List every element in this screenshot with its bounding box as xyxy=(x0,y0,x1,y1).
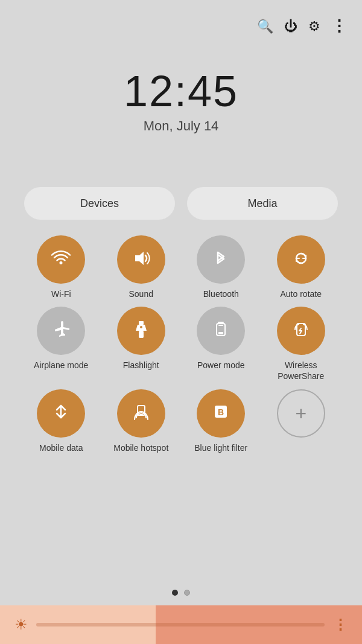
tile-power-mode[interactable]: Power mode xyxy=(184,307,258,381)
sound-circle xyxy=(117,235,165,284)
svg-rect-8 xyxy=(297,324,305,336)
svg-rect-3 xyxy=(139,331,144,338)
power-icon[interactable]: ⏻ xyxy=(284,19,297,34)
tile-wireless-powershare[interactable]: Wireless PowerShare xyxy=(264,307,338,381)
page-dot-2[interactable] xyxy=(184,590,190,596)
auto-rotate-label: Auto rotate xyxy=(281,289,322,299)
tab-devices[interactable]: Devices xyxy=(24,187,175,220)
tiles-grid: Wi-Fi Sound Bluetooth xyxy=(24,235,338,453)
sound-icon xyxy=(130,247,152,272)
flashlight-circle xyxy=(117,307,165,355)
add-circle: + xyxy=(277,389,325,438)
tile-auto-rotate[interactable]: Auto rotate xyxy=(264,235,338,299)
tile-wifi[interactable]: Wi-Fi xyxy=(24,235,98,299)
mobile-hotspot-label: Mobile hotspot xyxy=(113,442,168,453)
tab-row: Devices Media xyxy=(24,187,338,220)
add-icon: + xyxy=(295,404,306,423)
tile-bluetooth[interactable]: Bluetooth xyxy=(184,235,258,299)
brightness-more-icon[interactable]: ⋮ xyxy=(333,616,348,633)
svg-rect-2 xyxy=(139,321,144,325)
flashlight-icon xyxy=(130,319,152,343)
blue-light-circle: B xyxy=(197,389,245,438)
mobile-hotspot-icon xyxy=(130,401,152,426)
flashlight-label: Flashlight xyxy=(123,360,159,371)
brightness-sun-icon: ☀ xyxy=(14,616,28,633)
page-dots xyxy=(0,590,362,596)
clock-time: 12:45 xyxy=(0,66,362,116)
tile-flashlight[interactable]: Flashlight xyxy=(104,307,179,381)
auto-rotate-circle xyxy=(277,235,325,284)
clock-section: 12:45 Mon, July 14 xyxy=(0,66,362,134)
more-icon[interactable]: ⋮ xyxy=(331,17,348,36)
tile-airplane[interactable]: Airplane mode xyxy=(24,307,98,381)
svg-text:B: B xyxy=(218,407,224,417)
wireless-powershare-circle xyxy=(277,307,325,355)
top-icons: 🔍 ⏻ ⚙ ⋮ xyxy=(257,17,348,36)
tile-add[interactable]: + xyxy=(264,389,338,453)
tile-sound[interactable]: Sound xyxy=(104,235,179,299)
brightness-content: ☀ ⋮ xyxy=(0,605,362,644)
bluetooth-icon xyxy=(210,247,232,272)
wifi-circle xyxy=(37,235,85,284)
airplane-icon xyxy=(50,319,72,343)
sound-label: Sound xyxy=(129,289,153,299)
search-icon[interactable]: 🔍 xyxy=(257,19,273,34)
svg-point-4 xyxy=(140,326,142,328)
clock-date: Mon, July 14 xyxy=(0,118,362,134)
svg-rect-6 xyxy=(218,332,223,334)
airplane-label: Airplane mode xyxy=(34,360,88,371)
power-mode-circle xyxy=(197,307,245,355)
tile-mobile-data[interactable]: Mobile data xyxy=(24,389,98,453)
tab-media[interactable]: Media xyxy=(187,187,338,220)
tile-blue-light[interactable]: B Blue light filter xyxy=(184,389,258,453)
svg-rect-10 xyxy=(139,414,143,416)
bluetooth-circle xyxy=(197,235,245,284)
wifi-label: Wi-Fi xyxy=(51,289,71,299)
airplane-circle xyxy=(37,307,85,355)
brightness-track[interactable] xyxy=(36,623,325,626)
power-mode-icon xyxy=(210,319,232,343)
blue-light-icon: B xyxy=(210,401,232,426)
settings-icon[interactable]: ⚙ xyxy=(308,19,320,34)
wireless-powershare-icon xyxy=(290,319,312,343)
mobile-data-icon xyxy=(50,401,72,426)
wireless-powershare-label: Wireless PowerShare xyxy=(264,360,338,381)
mobile-data-label: Mobile data xyxy=(39,442,83,453)
page-dot-1[interactable] xyxy=(172,590,178,596)
wifi-icon xyxy=(50,247,72,272)
mobile-hotspot-circle xyxy=(117,389,165,438)
svg-marker-0 xyxy=(135,252,144,265)
power-mode-label: Power mode xyxy=(197,360,245,371)
tile-mobile-hotspot[interactable]: Mobile hotspot xyxy=(104,389,179,453)
auto-rotate-icon xyxy=(290,247,312,272)
blue-light-label: Blue light filter xyxy=(194,442,247,453)
bluetooth-label: Bluetooth xyxy=(203,289,239,299)
mobile-data-circle xyxy=(37,389,85,438)
